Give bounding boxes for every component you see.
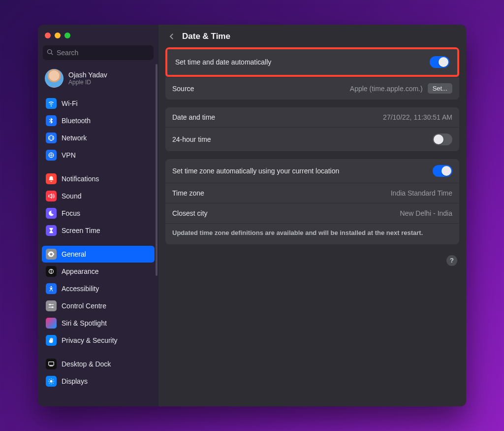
display-icon (46, 376, 57, 387)
svg-point-2 (51, 286, 52, 288)
sidebar-scrollbar[interactable] (156, 64, 158, 276)
hand-icon (46, 335, 57, 346)
accessibility-icon (46, 283, 57, 294)
datetime-value: 27/10/22, 11:30:51 AM (383, 113, 452, 121)
sidebar-item-label: Control Centre (62, 302, 106, 310)
page-title: Date & Time (182, 32, 230, 41)
row-label: Time zone (172, 189, 204, 197)
sidebar-item-privacy[interactable]: Privacy & Security (42, 332, 155, 349)
sidebar-item-accessibility[interactable]: Accessibility (42, 280, 155, 297)
row-label: Set time zone automatically using your c… (172, 167, 339, 175)
help-button[interactable]: ? (446, 255, 457, 266)
sidebar-item-label: Focus (62, 209, 80, 217)
row-label: 24-hour time (172, 135, 211, 143)
account-sub: Apple ID (68, 79, 107, 86)
svg-rect-6 (50, 366, 53, 366)
sidebar-item-label: Network (62, 134, 87, 142)
speaker-icon (46, 191, 57, 201)
sidebar-item-screentime[interactable]: Screen Time (42, 222, 155, 239)
sidebar-item-siri[interactable]: Siri & Spotlight (42, 315, 155, 332)
search-field[interactable] (43, 45, 154, 60)
maximize-window-button[interactable] (64, 33, 70, 38)
bell-icon (46, 173, 57, 184)
toggle-auto-time[interactable] (430, 56, 449, 68)
row-label: Date and time (172, 113, 215, 121)
bluetooth-icon (46, 115, 57, 126)
sidebar-item-label: Notifications (62, 175, 99, 183)
sidebar-item-label: Accessibility (62, 285, 99, 293)
back-button[interactable] (167, 32, 176, 41)
account-row[interactable]: Ojash Yadav Apple ID (38, 65, 158, 95)
moon-icon (46, 208, 57, 219)
sidebar-item-bluetooth[interactable]: Bluetooth (42, 112, 155, 129)
sidebar-item-network[interactable]: Network (42, 130, 155, 146)
svg-point-4 (52, 306, 53, 308)
globe-icon (46, 150, 57, 161)
row-auto-tz: Set time zone automatically using your c… (165, 159, 459, 183)
titlebar: Date & Time (158, 25, 466, 47)
city-value: New Delhi - India (400, 209, 452, 217)
close-window-button[interactable] (45, 33, 51, 38)
dock-icon (46, 359, 57, 369)
minimize-window-button[interactable] (55, 33, 61, 38)
row-datetime: Date and time 27/10/22, 11:30:51 AM (165, 107, 459, 127)
sidebar-item-general[interactable]: General (42, 246, 155, 263)
sidebar: Ojash Yadav Apple ID Wi-Fi Bluetooth Net… (38, 25, 158, 406)
sidebar-item-label: Bluetooth (62, 117, 91, 125)
row-tz: Time zone India Standard Time (165, 183, 459, 203)
main-panel: Date & Time Set time and date automatica… (158, 25, 466, 406)
sliders-icon (46, 300, 57, 311)
row-label: Source (172, 85, 194, 93)
sidebar-item-focus[interactable]: Focus (42, 205, 155, 222)
avatar (45, 69, 63, 88)
sidebar-item-label: Screen Time (62, 227, 100, 234)
svg-rect-5 (49, 362, 54, 365)
sidebar-item-label: Wi-Fi (62, 99, 78, 107)
account-name: Ojash Yadav (68, 71, 107, 79)
set-source-button[interactable]: Set... (428, 83, 452, 94)
row-auto-time: Set time and date automatically (168, 50, 456, 74)
sidebar-item-wifi[interactable]: Wi-Fi (42, 95, 155, 112)
settings-window: Ojash Yadav Apple ID Wi-Fi Bluetooth Net… (38, 25, 466, 406)
window-controls (38, 31, 158, 45)
row-24hour: 24-hour time (165, 127, 459, 151)
panel-datetime: Date and time 27/10/22, 11:30:51 AM 24-h… (165, 107, 459, 151)
sidebar-item-label: Privacy & Security (62, 336, 118, 344)
sidebar-item-label: Siri & Spotlight (62, 319, 107, 327)
sidebar-item-appearance[interactable]: Appearance (42, 263, 155, 280)
highlight-annotation: Set time and date automatically (165, 47, 459, 77)
svg-point-7 (50, 380, 52, 382)
sidebar-item-desktopdock[interactable]: Desktop & Dock (42, 356, 155, 372)
sidebar-item-label: Displays (62, 377, 88, 385)
gear-icon (46, 249, 57, 260)
tz-value: India Standard Time (391, 189, 452, 197)
sidebar-item-label: Sound (62, 192, 81, 200)
appearance-icon (46, 266, 57, 277)
chevron-left-icon (167, 32, 176, 41)
toggle-24hour[interactable] (433, 133, 452, 145)
svg-point-3 (49, 304, 51, 305)
search-icon (47, 49, 54, 57)
row-city: Closest city New Delhi - India (165, 203, 459, 223)
source-value: Apple (time.apple.com.) (350, 85, 423, 93)
panel-time-source: Set time and date automatically Source A… (165, 47, 459, 99)
sidebar-item-label: Desktop & Dock (62, 360, 111, 368)
tz-note: Updated time zone definitions are availa… (165, 223, 459, 244)
globe-icon (46, 133, 57, 143)
search-input[interactable] (57, 49, 150, 57)
siri-icon (46, 318, 57, 329)
hourglass-icon (46, 225, 57, 236)
panel-timezone: Set time zone automatically using your c… (165, 159, 459, 244)
row-label: Closest city (172, 209, 208, 217)
sidebar-item-vpn[interactable]: VPN (42, 147, 155, 164)
sidebar-item-label: Appearance (62, 267, 99, 275)
sidebar-item-label: General (62, 250, 86, 258)
sidebar-item-notifications[interactable]: Notifications (42, 170, 155, 187)
sidebar-nav: Wi-Fi Bluetooth Network VPN N (38, 95, 158, 406)
sidebar-item-label: VPN (62, 151, 76, 159)
sidebar-item-controlcentre[interactable]: Control Centre (42, 298, 155, 314)
sidebar-item-displays[interactable]: Displays (42, 373, 155, 390)
sidebar-item-sound[interactable]: Sound (42, 188, 155, 204)
toggle-auto-tz[interactable] (433, 165, 452, 177)
wifi-icon (46, 98, 57, 109)
